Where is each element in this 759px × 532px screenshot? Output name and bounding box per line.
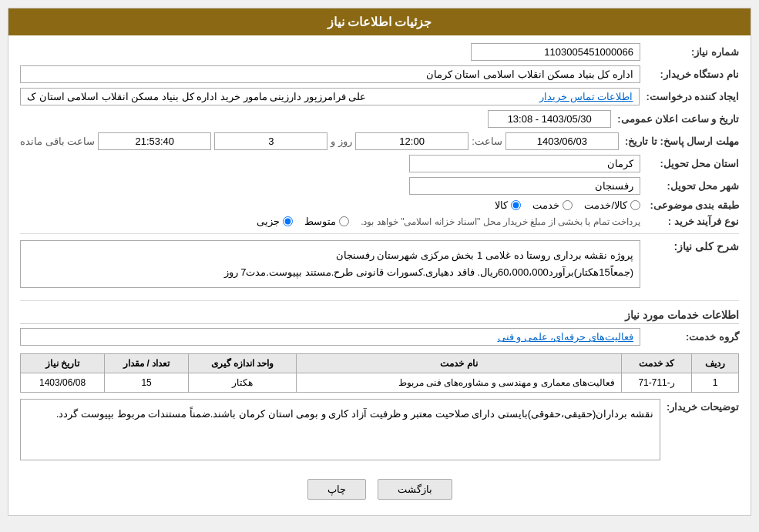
services-section-title: اطلاعات خدمات مورد نیاز [20, 309, 739, 324]
purchase-type-radio-group: پرداخت تمام یا بخشی از مبلغ خریدار محل "… [20, 216, 640, 227]
service-group-link[interactable]: فعالیت‌های حرفه‌ای، علمی و فنی [498, 331, 633, 343]
purchase-type-label-motavas: متوسط [304, 216, 336, 227]
category-option-khedmat[interactable]: خدمت [532, 199, 573, 211]
category-radio-kala[interactable] [511, 200, 521, 210]
col-unit: واحد اندازه گیری [189, 354, 297, 373]
cell-service-name: فعالیت‌های معماری و مهندسی و مشاوره‌های … [296, 373, 621, 393]
province-value: کرمان [409, 155, 640, 172]
col-service-code: کد خدمت [622, 354, 692, 373]
request-number-value: 1103005451000066 [471, 43, 640, 61]
purchase-type-radio-motavas[interactable] [339, 216, 349, 226]
cell-date: 1403/06/08 [21, 373, 105, 393]
buyer-notes-text: نقشه برداران(حقیقی،حقوقی)بایستی دارای صل… [20, 399, 660, 460]
datetime-value: 1403/05/30 - 13:08 [488, 110, 611, 128]
purchase-type-label-jozi: جزیی [257, 216, 280, 227]
services-table-section: ردیف کد خدمت نام خدمت واحد اندازه گیری ت… [20, 353, 739, 393]
col-row-num: ردیف [692, 354, 739, 373]
purchase-type-note: پرداخت تمام یا بخشی از مبلغ خریدار محل "… [361, 216, 640, 227]
city-label: شهر محل تحویل: [646, 180, 739, 192]
purchase-type-radio-jozi[interactable] [283, 216, 293, 226]
table-row: 1 ر-711-71 فعالیت‌های معماری و مهندسی و … [21, 373, 739, 393]
deadline-date: 1403/06/03 [505, 132, 619, 150]
deadline-remaining-label: ساعت باقی مانده [20, 136, 95, 147]
back-button[interactable]: بازگشت [378, 479, 452, 500]
category-radio-khedmat[interactable] [563, 200, 573, 210]
col-service-name: نام خدمت [296, 354, 621, 373]
print-button[interactable]: چاپ [307, 479, 366, 500]
category-label-khedmat: خدمت [532, 199, 559, 211]
category-label: طبقه بندی موضوعی: [646, 199, 739, 211]
services-table: ردیف کد خدمت نام خدمت واحد اندازه گیری ت… [20, 353, 739, 393]
page-title: جزئیات اطلاعات نیاز [8, 8, 751, 35]
buyer-name-label: نام دستگاه خریدار: [646, 69, 739, 80]
category-option-kala[interactable]: کالا [495, 199, 521, 211]
cell-quantity: 15 [105, 373, 189, 393]
deadline-remaining: 21:53:40 [98, 132, 211, 150]
category-radio-group: کالا/خدمت خدمت کالا [20, 199, 640, 211]
province-label: استان محل تحویل: [646, 158, 739, 169]
cell-row-num: 1 [692, 373, 739, 393]
response-deadline-label: مهلت ارسال پاسخ: تا تاریخ: [625, 136, 739, 147]
creator-contact-link[interactable]: اطلاعات تماس خریدار [539, 91, 633, 102]
service-group-label: گروه خدمت: [646, 331, 739, 343]
category-option-kala-khedmat[interactable]: کالا/خدمت [584, 199, 640, 211]
buyer-name-value: اداره کل بنیاد مسکن انقلاب اسلامی استان … [20, 65, 640, 83]
category-label-kala: کالا [495, 199, 508, 211]
col-date: تاریخ نیاز [21, 354, 105, 373]
purchase-type-option-motavas[interactable]: متوسط [304, 216, 349, 227]
cell-unit: هکتار [189, 373, 297, 393]
cell-service-code: ر-711-71 [622, 373, 692, 393]
request-number-label: شماره نیاز: [646, 46, 739, 58]
deadline-days-label: روز و [331, 136, 352, 147]
deadline-time-label: ساعت: [472, 136, 502, 147]
col-quantity: تعداد / مقدار [105, 354, 189, 373]
creator-value: اطلاعات تماس خریدار علی فرامرزپور دارزین… [20, 88, 640, 105]
category-radio-kala-khedmat[interactable] [630, 200, 640, 210]
datetime-label: تاریخ و ساعت اعلان عمومی: [617, 113, 739, 125]
description-text: پروژه نقشه برداری روستا ده غلامی 1 بخش م… [20, 240, 640, 288]
city-value: رفسنجان [409, 177, 640, 195]
category-label-kala-khedmat: کالا/خدمت [584, 199, 627, 211]
service-group-value: فعالیت‌های حرفه‌ای، علمی و فنی [20, 328, 640, 346]
button-row: بازگشت چاپ [20, 471, 739, 507]
purchase-type-option-jozi[interactable]: جزیی [257, 216, 293, 227]
deadline-days: 3 [214, 132, 327, 150]
buyer-notes-label: توضیحات خریدار: [667, 401, 739, 413]
creator-label: ایجاد کننده درخواست: [646, 91, 739, 102]
description-section-label: شرح کلی نیاز: [646, 240, 739, 253]
purchase-type-label: نوع فرآیند خرید : [646, 216, 739, 227]
creator-name: علی فرامرزپور دارزینی مامور خرید اداره ک… [27, 91, 366, 102]
deadline-time: 12:00 [355, 132, 468, 150]
